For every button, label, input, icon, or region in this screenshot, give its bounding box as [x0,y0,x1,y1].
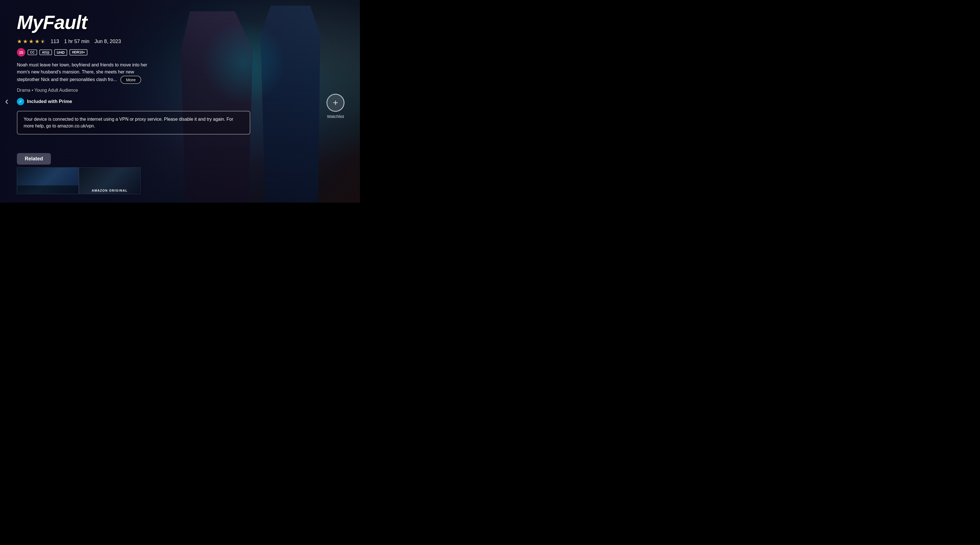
rating-count: 113 [51,38,59,45]
thumbnail-2[interactable]: AMAZON ORIGINAL [79,167,141,194]
related-button[interactable]: Related [17,153,51,164]
genres-text: Drama • Young Adult Audience [17,88,343,93]
thumb-2-label: AMAZON ORIGINAL [79,189,140,192]
meta-row: ★ ★ ★ ★ ★ ★ 113 1 hr 57 min Jun 8, 2023 [17,38,343,45]
star-rating: ★ ★ ★ ★ ★ ★ [17,38,46,45]
vpn-notice: Your device is connected to the internet… [17,111,250,134]
prime-label: Included with Prime [27,99,72,104]
thumbnail-1[interactable]: Amazon Orig [17,167,79,194]
star-1: ★ [17,38,22,45]
star-4: ★ [35,38,40,45]
duration: 1 hr 57 min [64,38,89,45]
prime-row: ✓ Included with Prime [17,98,343,105]
thumbnails-row: Amazon Orig AMAZON ORIGINAL [0,167,360,194]
more-button[interactable]: More [120,76,141,84]
badges-row: 15 CC AD))) UHD HDR10+ [17,48,343,57]
uhd-badge: UHD [54,49,67,56]
age-rating-badge: 15 [17,48,25,57]
star-2: ★ [23,38,28,45]
star-5-half: ★ ★ [40,38,46,45]
prime-check-icon: ✓ [17,98,24,105]
back-button[interactable]: ‹ [5,96,8,107]
movie-title: MyFault [17,13,343,32]
star-3: ★ [29,38,34,45]
ad-badge: AD))) [39,49,52,55]
cc-badge: CC [27,49,37,55]
hdr-badge: HDR10+ [70,49,88,56]
release-date: Jun 8, 2023 [94,38,121,45]
related-section: Related Amazon Orig AMAZON ORIGINAL [0,153,360,194]
description-text: Noah must leave her town, boyfriend and … [17,62,158,84]
